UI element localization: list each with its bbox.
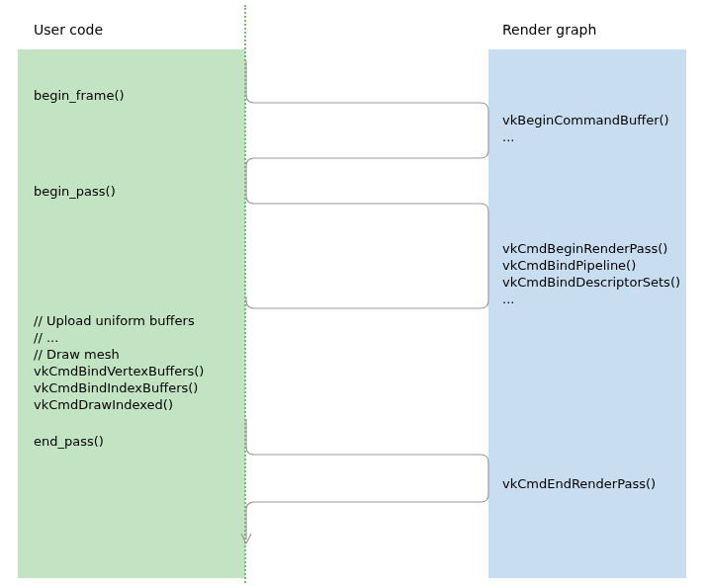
timeline-dotted-line — [244, 5, 246, 583]
code-line: ... — [502, 291, 680, 307]
code-cmd-buffer-block: vkBeginCommandBuffer() ... — [502, 112, 669, 145]
code-line: // Upload uniform buffers — [34, 312, 204, 329]
code-line: // ... — [34, 329, 204, 346]
code-end-pass: end_pass() — [34, 433, 104, 450]
code-line: vkCmdBeginRenderPass() — [502, 240, 680, 257]
code-line: vkCmdBindIndexBuffers() — [34, 379, 204, 396]
code-line: vkCmdBindDescriptorSets() — [502, 274, 680, 291]
code-line: vkBeginCommandBuffer() — [502, 112, 669, 128]
code-line: vkCmdBindVertexBuffers() — [34, 363, 204, 379]
header-user-code: User code — [34, 22, 103, 38]
header-render-graph: Render graph — [502, 22, 596, 38]
flow-begin-frame — [246, 61, 488, 308]
code-line: vkCmdDrawIndexed() — [34, 396, 204, 413]
code-begin-pass: begin_pass() — [34, 183, 116, 200]
code-line: // Draw mesh — [34, 346, 204, 363]
code-render-pass-block: vkCmdBeginRenderPass() vkCmdBindPipeline… — [502, 240, 680, 307]
code-line: ... — [502, 128, 669, 145]
code-begin-frame: begin_frame() — [34, 87, 125, 104]
code-draw-block: // Upload uniform buffers // ... // Draw… — [34, 312, 204, 413]
code-line: vkCmdBindPipeline() — [502, 257, 680, 274]
code-end-render-pass: vkCmdEndRenderPass() — [502, 475, 656, 492]
flow-end-pass — [246, 419, 488, 540]
